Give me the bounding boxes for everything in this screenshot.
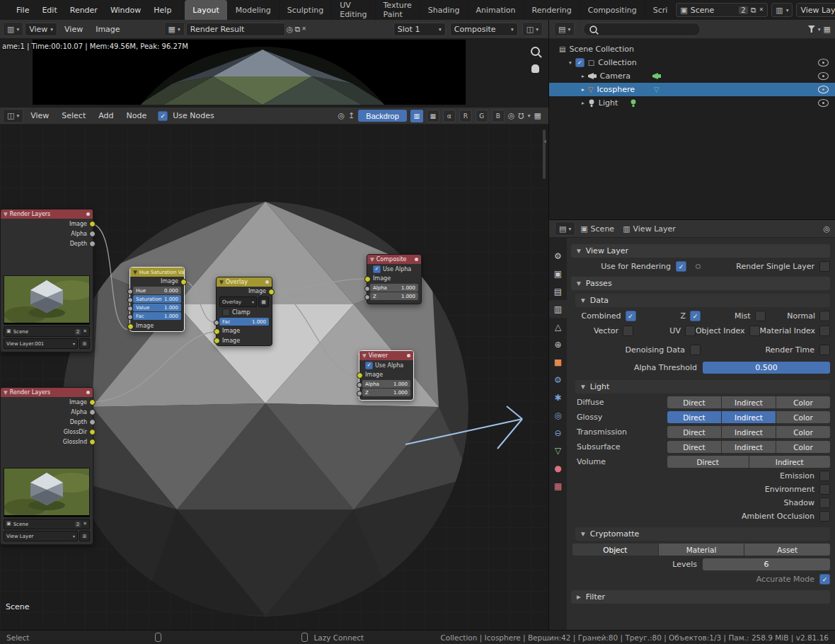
workspace-tab-rendering[interactable]: Rendering <box>524 0 580 20</box>
image-datablock[interactable]: Render Result <box>186 23 285 36</box>
node-menu-view[interactable]: View <box>25 111 54 120</box>
crypto-object-button[interactable]: Object <box>572 544 658 556</box>
outliner-row-scene-collection[interactable]: ▤ Scene Collection <box>549 42 835 56</box>
panel-light[interactable]: ▼ Light <box>575 380 830 393</box>
node-header[interactable]: ▼ Composite <box>367 255 421 264</box>
backdrop-color-icon[interactable]: ▥ <box>410 110 423 122</box>
zoom-icon[interactable] <box>531 47 540 56</box>
image-menu-view[interactable]: View <box>59 25 88 34</box>
filter-funnel-icon[interactable] <box>808 25 815 33</box>
socket-image-output[interactable] <box>268 289 275 295</box>
socket-image-input[interactable] <box>357 372 363 379</box>
backdrop-channel-b-button[interactable]: B <box>492 110 505 122</box>
subsurface-indirect-button[interactable]: Indirect <box>722 441 776 453</box>
node-viewer[interactable]: ▼ Viewer ✓ Use Alpha Image Alpha1.000 Z1… <box>359 350 414 401</box>
node-mix-overlay[interactable]: ▼ Overlay Image Overlay ▾ ▦ Clamp Fac1.0… <box>216 277 272 346</box>
expand-icon[interactable]: ▸ <box>582 73 584 79</box>
levels-field[interactable]: 6 <box>703 558 830 570</box>
workspace-tab-compositing[interactable]: Compositing <box>580 0 645 20</box>
outliner-row-collection[interactable]: ▾ ✓ □ Collection <box>549 56 835 69</box>
panel-cryptomatte[interactable]: ▼ Cryptomatte <box>575 527 830 541</box>
image-unlink-icon[interactable]: ✕ <box>301 26 306 32</box>
image-mode-select[interactable]: View ▾ <box>25 23 57 36</box>
tab-modifiers-icon[interactable]: ⚙ <box>549 371 567 389</box>
diffuse-indirect-button[interactable]: Indirect <box>722 396 776 408</box>
vector-checkbox[interactable] <box>623 326 633 336</box>
editor-type-button-compositor[interactable]: ◫ ▾ <box>3 109 23 123</box>
collapse-icon[interactable]: ▼ <box>4 389 8 396</box>
diffuse-color-button[interactable]: Color <box>776 396 830 408</box>
transmission-color-button[interactable]: Color <box>776 426 830 438</box>
collapse-icon[interactable]: ▼ <box>219 279 224 285</box>
display-options-icon[interactable]: ▦ <box>824 25 831 33</box>
node-render-layers-1[interactable]: ▼ Render Layers Image Alpha Depth ▣ Scen… <box>0 209 93 352</box>
collapse-icon[interactable]: ▼ <box>370 256 374 263</box>
render-single-layer-button[interactable]: ⊞ <box>79 531 90 541</box>
render-single-layer-checkbox[interactable] <box>819 261 830 272</box>
scene-count-badge[interactable]: 2 <box>75 522 81 527</box>
saturation-slider[interactable]: Saturation1.000 <box>133 295 181 303</box>
chevron-down-icon[interactable]: ▾ <box>818 26 821 33</box>
search-input[interactable] <box>601 24 675 35</box>
expand-icon[interactable]: ▸ <box>582 100 584 106</box>
glossy-color-button[interactable]: Color <box>776 411 830 423</box>
menu-help[interactable]: Help <box>147 0 178 20</box>
node-header[interactable]: ▼ Render Layers <box>1 388 93 397</box>
socket-z-input[interactable] <box>364 294 370 300</box>
outliner-search[interactable] <box>583 23 701 36</box>
normal-checkbox[interactable] <box>819 311 830 321</box>
socket-alpha-input[interactable] <box>357 382 362 388</box>
use-alpha-checkbox[interactable]: ✓ <box>373 265 381 273</box>
node-render-layers-2[interactable]: ▼ Render Layers Image Alpha Depth GlossD… <box>0 387 93 545</box>
alpha-field[interactable]: Alpha1.000 <box>370 284 418 292</box>
snap-magnet-icon[interactable]: Ω <box>518 112 524 120</box>
tab-output-icon[interactable]: ▤ <box>549 282 567 300</box>
node-scene-select[interactable]: ▣ Scene 2 ✕ <box>4 326 90 337</box>
blend-mode-select[interactable]: Overlay ▾ <box>219 297 257 307</box>
overlays-icon[interactable]: ▦ <box>534 112 541 120</box>
transmission-indirect-button[interactable]: Indirect <box>722 426 776 438</box>
socket-glossind-output[interactable] <box>89 439 96 445</box>
crypto-material-button[interactable]: Material <box>659 544 744 556</box>
clamp-checkbox[interactable] <box>222 309 230 316</box>
workspace-tab-texture-paint[interactable]: Texture Paint <box>376 0 420 20</box>
transmission-direct-button[interactable]: Direct <box>667 426 721 438</box>
socket-image-input[interactable] <box>127 323 134 330</box>
decorator-dot[interactable] <box>696 264 701 269</box>
image-menu-image[interactable]: Image <box>90 25 125 34</box>
socket-fac-input[interactable] <box>127 314 133 320</box>
backdrop-color-alpha-icon[interactable]: ▦ <box>427 110 439 122</box>
subsurface-color-button[interactable]: Color <box>776 441 830 453</box>
outliner-row-camera[interactable]: ▸ Camera <box>549 69 835 83</box>
editor-type-button-outliner[interactable]: ▤ ▾ <box>554 22 575 36</box>
subsurface-direct-button[interactable]: Direct <box>667 441 721 453</box>
workspace-tab-sculpting[interactable]: Sculpting <box>280 0 332 20</box>
z-field[interactable]: Z1.000 <box>362 389 410 396</box>
socket-glossdir-output[interactable] <box>89 429 96 435</box>
socket-image-output[interactable] <box>89 221 96 227</box>
viewlayer-selector[interactable]: View Layer ⧉ ✕ <box>796 3 835 17</box>
crypto-asset-button[interactable]: Asset <box>744 544 830 556</box>
pin-icon[interactable]: ◎ <box>287 25 294 33</box>
render-time-checkbox[interactable] <box>819 345 830 355</box>
image-browse-button[interactable]: ▦ ▾ <box>164 22 185 36</box>
backdrop-channel-r-button[interactable]: R <box>459 110 472 122</box>
node-menu-node[interactable]: Node <box>121 111 153 120</box>
tab-object-icon[interactable]: ■ <box>549 353 567 371</box>
node-scene-select[interactable]: ▣ Scene 2 ✕ <box>4 519 90 529</box>
tab-scene-icon[interactable]: △ <box>549 318 567 335</box>
socket-alpha-output[interactable] <box>89 409 96 415</box>
use-nodes-checkbox[interactable]: ✓ <box>158 111 168 121</box>
panel-passes[interactable]: ▼ Passes <box>571 277 830 290</box>
mist-checkbox[interactable] <box>755 311 766 321</box>
node-composite[interactable]: ▼ Composite ✓ Use Alpha Image Alpha1.000… <box>367 254 422 304</box>
z-checkbox[interactable]: ✓ <box>690 311 701 321</box>
expand-icon[interactable]: ▾ <box>569 59 572 66</box>
node-hue-saturation[interactable]: ▼ Hue Saturation Val... Image Hue0.000 S… <box>129 267 185 332</box>
proportional-edit-icon[interactable]: ◎ <box>508 112 515 120</box>
outliner-row-light[interactable]: ▸ Light <box>549 96 835 110</box>
use-alpha-checkbox[interactable]: ✓ <box>365 362 373 369</box>
collapse-icon[interactable]: ▼ <box>362 352 367 359</box>
socket-alpha-input[interactable] <box>364 286 370 292</box>
pin-icon[interactable]: ◎ <box>338 112 345 120</box>
